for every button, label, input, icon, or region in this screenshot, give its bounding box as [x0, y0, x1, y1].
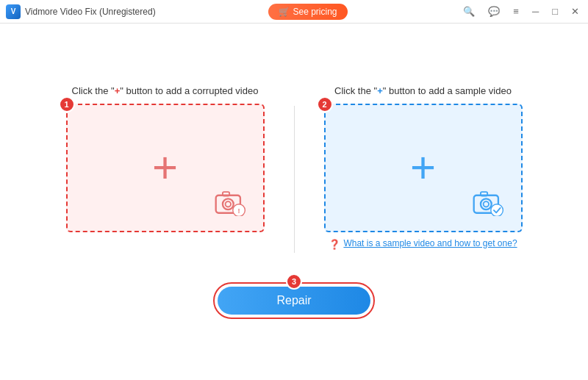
- svg-point-10: [490, 204, 503, 215]
- help-circle-icon: ❓: [329, 239, 340, 250]
- sample-help-link-row: ❓ What is a sample video and how to get …: [329, 238, 517, 250]
- add-corrupted-plus-icon: +: [152, 146, 178, 190]
- svg-point-1: [222, 198, 233, 209]
- add-sample-plus-icon: +: [410, 146, 436, 190]
- minimize-button[interactable]: ─: [529, 4, 542, 18]
- search-icon[interactable]: 🔍: [460, 4, 478, 18]
- panels-divider: [294, 106, 295, 253]
- svg-point-2: [225, 201, 230, 207]
- step-badge-1: 1: [59, 96, 75, 112]
- app-title: Vidmore Video Fix (Unregistered): [25, 7, 156, 17]
- repair-button[interactable]: Repair: [218, 287, 370, 315]
- step-badge-2: 2: [317, 96, 333, 112]
- main-content: Click the "+" button to add a corrupted …: [0, 24, 588, 380]
- repair-area: 3 Repair: [213, 282, 374, 319]
- titlebar-left: V Vidmore Video Fix (Unregistered): [6, 4, 156, 19]
- maximize-button[interactable]: □: [549, 4, 561, 18]
- titlebar-right: 🔍 💬 ≡ ─ □ ✕: [460, 4, 582, 18]
- see-pricing-button[interactable]: 🛒 See pricing: [268, 4, 347, 20]
- plus-highlight-left: +: [115, 85, 121, 96]
- svg-rect-9: [480, 192, 487, 196]
- repair-button-outer: 3 Repair: [213, 282, 374, 319]
- svg-rect-3: [222, 192, 229, 196]
- titlebar: V Vidmore Video Fix (Unregistered) 🛒 See…: [0, 0, 588, 24]
- sample-camera-icon: [471, 188, 506, 219]
- sample-panel-wrapper: Click the "+" button to add a sample vid…: [309, 85, 537, 250]
- close-button[interactable]: ✕: [568, 4, 582, 18]
- menu-icon[interactable]: ≡: [510, 4, 522, 18]
- corrupted-panel-instruction: Click the "+" button to add a corrupted …: [72, 85, 259, 96]
- sample-panel-box[interactable]: 2 +: [324, 104, 523, 232]
- see-pricing-label: See pricing: [293, 7, 337, 17]
- corrupted-panel-box[interactable]: 1 + !: [66, 104, 265, 232]
- svg-point-7: [480, 198, 491, 209]
- corrupted-camera-icon: !: [213, 188, 248, 219]
- app-logo: V: [6, 4, 21, 19]
- sample-help-link[interactable]: What is a sample video and how to get on…: [343, 238, 517, 248]
- plus-highlight-right: +: [377, 85, 383, 96]
- titlebar-center: 🛒 See pricing: [268, 4, 347, 20]
- cart-icon: 🛒: [279, 7, 290, 17]
- svg-point-8: [483, 201, 488, 207]
- chat-icon[interactable]: 💬: [485, 4, 503, 18]
- svg-text:!: !: [237, 207, 240, 214]
- sample-panel-instruction: Click the "+" button to add a sample vid…: [334, 85, 512, 96]
- corrupted-panel-wrapper: Click the "+" button to add a corrupted …: [51, 85, 279, 232]
- panels-row: Click the "+" button to add a corrupted …: [15, 85, 573, 253]
- step-badge-3: 3: [286, 273, 302, 290]
